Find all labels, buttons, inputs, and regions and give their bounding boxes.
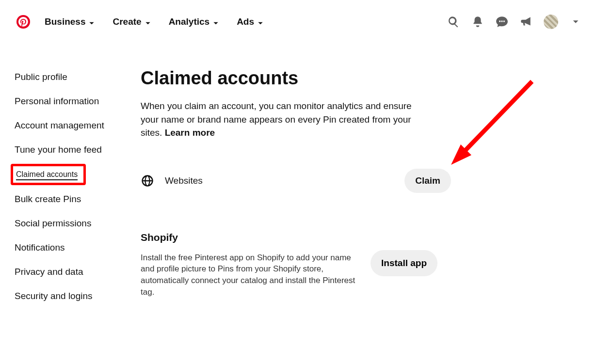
globe-icon — [141, 174, 154, 188]
claim-button[interactable]: Claim — [404, 169, 451, 193]
chevron-down-icon — [212, 18, 219, 25]
sidebar-item-security-and-logins[interactable]: Security and logins — [15, 284, 141, 308]
avatar[interactable] — [544, 15, 558, 29]
nav-label: Create — [113, 16, 141, 27]
settings-sidebar: Public profile Personal information Acco… — [15, 65, 141, 308]
nav-create[interactable]: Create — [113, 16, 151, 27]
nav-label: Analytics — [169, 16, 210, 27]
sidebar-item-notifications[interactable]: Notifications — [15, 236, 141, 260]
websites-row: Websites Claim — [141, 169, 451, 193]
sidebar-item-personal-information[interactable]: Personal information — [15, 89, 141, 113]
sidebar-item-account-management[interactable]: Account management — [15, 113, 141, 138]
page-title: Claimed accounts — [141, 68, 451, 89]
nav-business[interactable]: Business — [45, 16, 95, 27]
sidebar-item-label: Claimed accounts — [16, 170, 78, 180]
messages-icon[interactable] — [495, 15, 509, 29]
nav-label: Business — [45, 16, 85, 27]
shopify-description: Install the free Pinterest app on Shopif… — [141, 252, 364, 298]
nav-ads[interactable]: Ads — [237, 16, 264, 27]
sidebar-item-tune-home-feed[interactable]: Tune your home feed — [15, 138, 141, 162]
sidebar-item-social-permissions[interactable]: Social permissions — [15, 211, 141, 236]
sidebar-item-claimed-accounts[interactable]: Claimed accounts — [11, 164, 86, 185]
websites-label: Websites — [165, 175, 203, 186]
shopify-section: Shopify Install the free Pinterest app o… — [141, 232, 436, 298]
chevron-down-icon — [257, 18, 264, 25]
top-nav-right — [447, 15, 582, 29]
install-app-button[interactable]: Install app — [371, 250, 437, 276]
nav-analytics[interactable]: Analytics — [169, 16, 219, 27]
sidebar-item-bulk-create-pins[interactable]: Bulk create Pins — [15, 187, 141, 211]
sidebar-item-public-profile[interactable]: Public profile — [15, 65, 141, 89]
chevron-down-icon — [145, 18, 151, 25]
chevron-down-icon — [88, 18, 95, 25]
top-nav: Business Create Analytics Ads — [0, 0, 597, 35]
main-panel: Claimed accounts When you claim an accou… — [141, 65, 451, 308]
megaphone-icon[interactable] — [519, 15, 533, 29]
content-area: Public profile Personal information Acco… — [0, 35, 597, 308]
account-menu-chevron-icon[interactable] — [569, 15, 582, 29]
page-description: When you claim an account, you can monit… — [141, 99, 427, 140]
nav-label: Ads — [237, 16, 254, 27]
sidebar-item-privacy-and-data[interactable]: Privacy and data — [15, 260, 141, 284]
top-nav-left: Business Create Analytics Ads — [16, 15, 264, 29]
pinterest-logo-icon[interactable] — [16, 15, 30, 29]
learn-more-link[interactable]: Learn more — [165, 127, 215, 138]
bell-icon[interactable] — [471, 15, 484, 29]
search-icon[interactable] — [447, 15, 460, 29]
shopify-title: Shopify — [141, 232, 436, 243]
